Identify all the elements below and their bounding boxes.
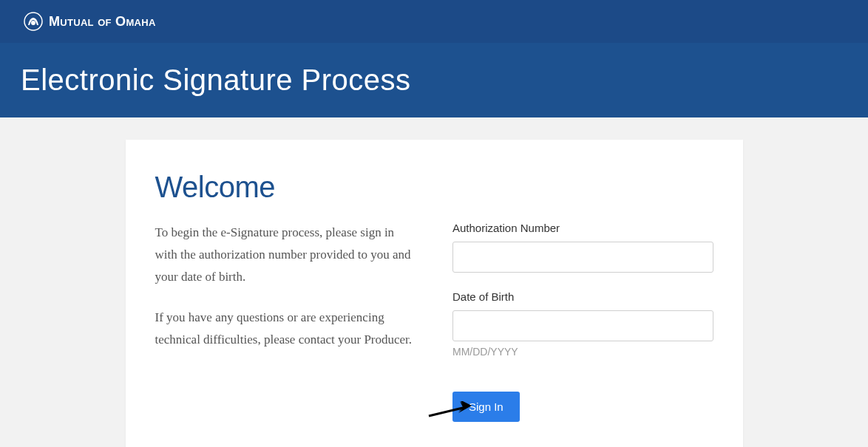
dob-hint: MM/DD/YYYY [452, 346, 713, 358]
dob-label: Date of Birth [452, 290, 713, 303]
signin-button[interactable]: Sign In [452, 392, 520, 422]
intro-paragraph-1: To begin the e-Signature process, please… [155, 222, 416, 287]
welcome-heading: Welcome [155, 171, 713, 204]
brand-logo: Mutual of Omaha [24, 12, 156, 31]
content-area: Welcome To begin the e-Signature process… [0, 117, 868, 447]
hero-banner: Electronic Signature Process [0, 43, 868, 117]
page-title: Electronic Signature Process [21, 64, 411, 97]
signin-card: Welcome To begin the e-Signature process… [126, 140, 743, 447]
form-column: Authorization Number Date of Birth MM/DD… [452, 222, 713, 422]
topbar: Mutual of Omaha [0, 0, 868, 43]
dob-group: Date of Birth MM/DD/YYYY [452, 290, 713, 358]
svg-point-1 [31, 21, 35, 25]
brand-logo-text: Mutual of Omaha [49, 14, 156, 30]
dob-input[interactable] [452, 310, 713, 341]
auth-number-input[interactable] [452, 242, 713, 273]
auth-number-label: Authorization Number [452, 222, 713, 234]
intro-paragraph-2: If you have any questions or are experie… [155, 307, 416, 351]
brand-logo-icon [24, 12, 43, 31]
intro-column: To begin the e-Signature process, please… [155, 222, 424, 422]
auth-number-group: Authorization Number [452, 222, 713, 273]
